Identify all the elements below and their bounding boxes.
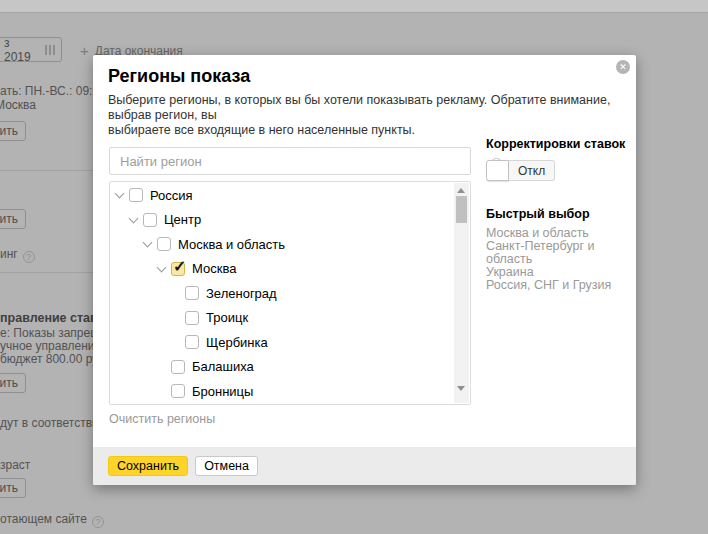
toggle-state-label: Откл [509, 160, 555, 181]
scroll-down-icon[interactable] [457, 386, 465, 391]
region-label[interactable]: Россия [150, 188, 193, 203]
quick-select-links: Москва и областьСанкт-Петербург и област… [486, 227, 631, 292]
tree-row[interactable]: Москва [110, 257, 453, 282]
tree-row[interactable]: Балашиха [110, 355, 453, 380]
chevron-down-icon[interactable] [115, 189, 125, 199]
region-label[interactable]: Москва и область [178, 237, 285, 252]
toggle-knob[interactable] [486, 160, 509, 181]
bid-adjustments-label: Корректировки ставок [486, 137, 625, 151]
tree-row[interactable]: Щербинка [110, 330, 453, 355]
background-button: ить [0, 209, 26, 229]
regions-modal: ✕ Регионы показа Выберите регионы, в кот… [93, 55, 636, 485]
tree-row[interactable]: Троицк [110, 306, 453, 331]
region-tree: РоссияЦентрМосква и областьМоскваЗеленог… [110, 183, 453, 404]
modal-footer: Сохранить Отмена [93, 447, 636, 485]
chevron-down-icon[interactable] [143, 238, 153, 248]
background-text: отающем сайте? [0, 512, 104, 528]
quick-select-link[interactable]: Украина [486, 266, 631, 279]
region-label[interactable]: Центр [164, 212, 201, 227]
chevron-down-icon[interactable] [129, 213, 139, 223]
region-checkbox[interactable] [185, 311, 199, 325]
close-icon[interactable]: ✕ [616, 60, 630, 74]
region-checkbox[interactable] [185, 286, 199, 300]
tree-row[interactable]: Зеленоград [110, 281, 453, 306]
region-checkbox[interactable] [129, 188, 143, 202]
modal-description: Выберите регионы, в которых вы бы хотели… [108, 93, 628, 138]
tree-row[interactable]: Бронницы [110, 379, 453, 404]
background-button: ить [0, 478, 26, 498]
tree-row[interactable]: Центр [110, 208, 453, 233]
page-top-strip [0, 0, 708, 13]
help-icon: ? [92, 516, 104, 528]
screen: з 2019+Дата окончанияать: ПН.-ВС.: 09:00… [0, 0, 708, 534]
region-search-input[interactable] [109, 147, 471, 175]
modal-title: Регионы показа [108, 66, 250, 87]
tree-row[interactable]: Москва и область [110, 232, 453, 257]
region-label[interactable]: Зеленоград [206, 286, 277, 301]
modal-description-line: Выберите регионы, в которых вы бы хотели… [108, 93, 628, 123]
background-button: ить [0, 121, 26, 141]
background-button: ить [0, 373, 26, 393]
help-icon: ? [23, 251, 35, 263]
region-label[interactable]: Бронницы [192, 384, 253, 399]
tree-scrollbar[interactable] [454, 183, 469, 403]
region-checkbox[interactable] [185, 335, 199, 349]
region-label[interactable]: Троицк [206, 310, 248, 325]
region-label[interactable]: Щербинка [206, 335, 268, 350]
background-text: дут в соответствии [0, 416, 105, 430]
tree-row[interactable]: Россия [110, 183, 453, 208]
region-label[interactable]: Москва [192, 261, 236, 276]
quick-select-title: Быстрый выбор [486, 207, 590, 221]
background-text: зраст [0, 458, 30, 472]
plus-icon: + [80, 46, 89, 56]
scrollbar-thumb[interactable] [456, 196, 467, 223]
scroll-up-icon[interactable] [457, 188, 465, 193]
datepicker-icon [45, 45, 55, 55]
background-text: инг? [0, 247, 35, 263]
quick-select-link[interactable]: Россия, СНГ и Грузия [486, 279, 631, 292]
background-date-field: з 2019 [0, 37, 62, 62]
quick-select-link[interactable]: Москва и область [486, 227, 631, 240]
quick-select-link[interactable]: Санкт-Петербург и область [486, 240, 631, 265]
region-checkbox[interactable] [143, 213, 157, 227]
chevron-down-icon[interactable] [157, 262, 167, 272]
save-button[interactable]: Сохранить [108, 456, 188, 476]
background-text: Москва [0, 98, 36, 112]
region-checkbox[interactable] [171, 360, 185, 374]
clear-regions-link[interactable]: Очистить регионы [109, 412, 215, 426]
region-checkbox[interactable] [171, 262, 185, 276]
modal-right-column: Корректировки ставок? Откл Быстрый выбор… [486, 134, 634, 171]
region-checkbox[interactable] [171, 384, 185, 398]
region-tree-panel: РоссияЦентрМосква и областьМоскваЗеленог… [109, 181, 471, 405]
region-checkbox[interactable] [157, 237, 171, 251]
region-label[interactable]: Балашиха [192, 359, 254, 374]
cancel-button[interactable]: Отмена [195, 456, 258, 476]
bid-adjustments-toggle[interactable]: Откл [486, 160, 555, 181]
